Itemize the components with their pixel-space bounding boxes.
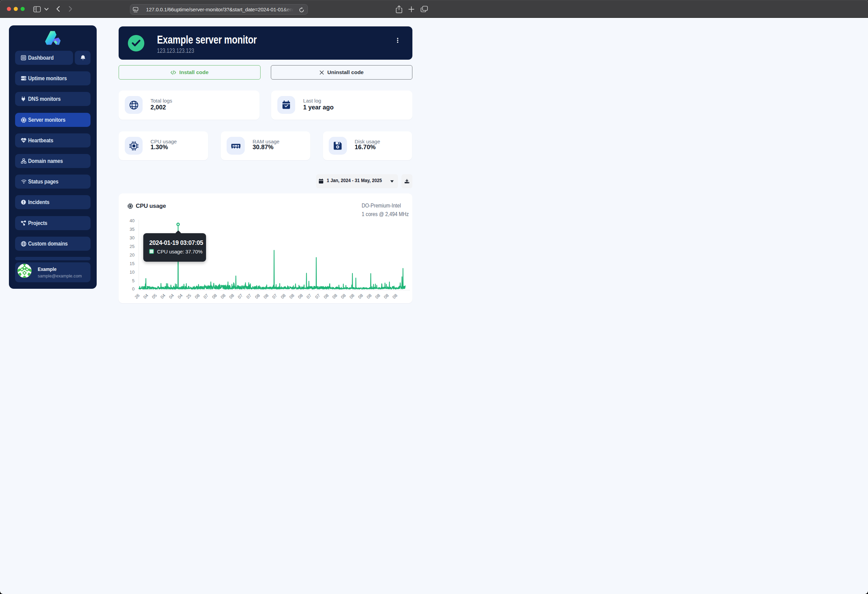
svg-text:0: 0 — [132, 287, 134, 291]
svg-text:08: 08 — [254, 293, 261, 297]
svg-text:08: 08 — [357, 293, 364, 297]
svg-text:5: 5 — [132, 278, 134, 283]
svg-text:15: 15 — [130, 261, 134, 266]
svg-text:07: 07 — [245, 293, 252, 297]
svg-text:07: 07 — [271, 293, 278, 297]
svg-text:07: 07 — [306, 293, 313, 297]
svg-text:08: 08 — [383, 293, 390, 297]
svg-text:20: 20 — [130, 252, 134, 257]
svg-text:04: 04 — [177, 293, 184, 297]
svg-text:08: 08 — [228, 293, 235, 297]
svg-text:08: 08 — [297, 293, 304, 297]
svg-text:08: 08 — [366, 293, 373, 297]
svg-text:08: 08 — [280, 293, 286, 297]
svg-text:08: 08 — [340, 293, 347, 297]
svg-text:08: 08 — [263, 293, 269, 297]
svg-text:08: 08 — [391, 293, 399, 297]
svg-text:08: 08 — [348, 293, 356, 297]
svg-text:04: 04 — [142, 293, 149, 297]
svg-text:08: 08 — [288, 293, 295, 297]
svg-text:35: 35 — [130, 226, 134, 232]
svg-text:08: 08 — [332, 293, 338, 297]
svg-text:08: 08 — [194, 293, 201, 297]
svg-text:08: 08 — [374, 293, 381, 297]
svg-text:25: 25 — [130, 244, 134, 249]
svg-text:04: 04 — [168, 293, 175, 297]
svg-text:07: 07 — [314, 293, 321, 297]
svg-text:08: 08 — [220, 293, 227, 297]
svg-text:40: 40 — [130, 218, 134, 223]
svg-text:07: 07 — [237, 293, 244, 297]
svg-text:05: 05 — [151, 293, 158, 297]
svg-text:08: 08 — [323, 293, 330, 297]
svg-text:07: 07 — [202, 293, 210, 297]
svg-text:30: 30 — [130, 235, 134, 240]
svg-text:25: 25 — [186, 293, 192, 297]
svg-text:26: 26 — [134, 293, 140, 297]
svg-text:04: 04 — [160, 293, 167, 297]
svg-text:08: 08 — [211, 293, 218, 297]
svg-text:10: 10 — [130, 269, 134, 274]
